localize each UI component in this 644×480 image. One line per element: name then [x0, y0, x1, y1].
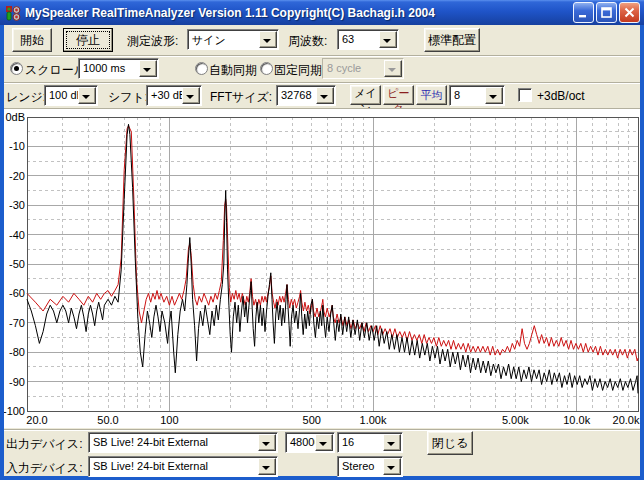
svg-text:-10: -10 — [9, 140, 25, 152]
maximize-icon — [600, 6, 613, 19]
waveform-select[interactable]: サイン — [187, 29, 279, 50]
svg-text:0dB: 0dB — [5, 111, 25, 123]
cycle-select: 8 cycle — [322, 58, 404, 79]
svg-text:-50: -50 — [9, 258, 25, 270]
frequency-label: 周波数: — [288, 33, 327, 50]
svg-text:1.00k: 1.00k — [360, 414, 387, 426]
output-device-row: 出力デバイス: SB Live! 24-bit External 48000 1… — [4, 431, 640, 455]
dropdown-arrow-icon[interactable] — [78, 87, 96, 104]
frequency-select[interactable]: 63 — [337, 29, 399, 50]
range-select[interactable]: 100 dB — [44, 85, 98, 106]
fft-size-label: FFTサイズ: — [210, 89, 272, 106]
spectrum-chart: 0dB-10-20-30-40-50-60-70-80-90-10020.050… — [4, 110, 640, 428]
output-device-value: SB Live! 24-bit External — [93, 436, 208, 448]
sample-rate-select[interactable]: 48000 — [285, 432, 335, 453]
dropdown-arrow-icon[interactable] — [379, 31, 397, 48]
bit-depth-select[interactable]: 16 — [337, 432, 403, 453]
svg-text:-90: -90 — [9, 376, 25, 388]
dropdown-arrow-icon — [384, 60, 402, 77]
scroll-label: スクロール — [25, 62, 86, 79]
close-dialog-button[interactable]: 閉じる — [427, 431, 473, 455]
oct-compensation-checkbox[interactable] — [518, 88, 532, 102]
svg-text:500: 500 — [303, 414, 321, 426]
minimize-icon — [577, 6, 590, 19]
dropdown-arrow-icon[interactable] — [258, 458, 276, 475]
start-button[interactable]: 開始 — [12, 28, 52, 52]
input-device-select[interactable]: SB Live! 24-bit External — [88, 456, 278, 477]
oct-compensation-label: +3dB/oct — [537, 89, 585, 103]
svg-text:10.0k: 10.0k — [563, 414, 590, 426]
dropdown-arrow-icon[interactable] — [485, 87, 503, 104]
svg-text:-100: -100 — [4, 405, 25, 417]
peak-trace-button[interactable]: ピーク — [383, 85, 414, 105]
scroll-interval-select[interactable]: 1000 ms — [78, 58, 159, 79]
app-icon — [5, 5, 21, 21]
dropdown-arrow-icon[interactable] — [316, 87, 334, 104]
svg-text:-30: -30 — [9, 199, 25, 211]
scroll-interval-value: 1000 ms — [83, 62, 125, 74]
fixed-sync-radio[interactable] — [260, 62, 273, 75]
average-count-select[interactable]: 8 — [449, 85, 505, 106]
average-trace-button[interactable]: 平均 — [416, 85, 447, 105]
title-bar[interactable]: MySpeaker RealTimeAnalyzer Version 1.11 … — [0, 0, 644, 25]
range-label: レンジ: — [6, 89, 46, 106]
dropdown-arrow-icon[interactable] — [258, 434, 276, 451]
output-device-label: 出力デバイス: — [6, 436, 82, 453]
average-count-value: 8 — [454, 89, 460, 101]
dropdown-arrow-icon[interactable] — [383, 434, 401, 451]
cycle-value: 8 cycle — [327, 62, 361, 74]
svg-text:-80: -80 — [9, 346, 25, 358]
waveform-value: サイン — [192, 33, 226, 48]
bit-depth-value: 16 — [342, 436, 354, 448]
channels-value: Stereo — [342, 460, 374, 472]
maximize-button[interactable] — [596, 2, 617, 23]
shift-value: +30 dB — [151, 89, 186, 101]
fft-size-value: 32768 — [281, 89, 312, 101]
waveform-label: 測定波形: — [127, 33, 178, 50]
svg-text:50.0: 50.0 — [97, 414, 118, 426]
toolbar-row-2: スクロール 1000 ms 自動同期 固定同期 8 cycle — [4, 57, 640, 79]
svg-text:20.0k: 20.0k — [613, 414, 640, 426]
stop-button[interactable]: 停止 — [63, 28, 113, 52]
output-device-select[interactable]: SB Live! 24-bit External — [88, 432, 278, 453]
frequency-value: 63 — [342, 33, 354, 45]
input-device-row: 入力デバイス: SB Live! 24-bit External Stereo — [4, 455, 640, 477]
channels-select[interactable]: Stereo — [337, 456, 403, 477]
toolbar-row-1: 開始 停止 測定波形: サイン 周波数: 63 標準配置 — [4, 28, 640, 52]
svg-text:20.0: 20.0 — [26, 414, 47, 426]
scroll-radio[interactable] — [10, 62, 23, 75]
shift-select[interactable]: +30 dB — [146, 85, 202, 106]
dropdown-arrow-icon[interactable] — [315, 434, 333, 451]
auto-sync-label: 自動同期 — [209, 62, 257, 79]
main-trace-button[interactable]: メイン — [350, 85, 381, 105]
fixed-sync-label: 固定同期 — [274, 62, 322, 79]
svg-text:-20: -20 — [9, 170, 25, 182]
window-title: MySpeaker RealTimeAnalyzer Version 1.11 … — [25, 6, 435, 20]
client-area: 開始 停止 測定波形: サイン 周波数: 63 標準配置 スクロール 1000 … — [4, 25, 640, 476]
dropdown-arrow-icon[interactable] — [182, 87, 200, 104]
app-window: MySpeaker RealTimeAnalyzer Version 1.11 … — [0, 0, 644, 480]
auto-sync-radio[interactable] — [195, 62, 208, 75]
svg-text:-60: -60 — [9, 287, 25, 299]
shift-label: シフト: — [108, 89, 148, 106]
input-device-label: 入力デバイス: — [6, 460, 82, 477]
svg-text:5.00k: 5.00k — [502, 414, 529, 426]
svg-text:-40: -40 — [9, 229, 25, 241]
dropdown-arrow-icon[interactable] — [383, 458, 401, 475]
dropdown-arrow-icon[interactable] — [259, 31, 277, 48]
dropdown-arrow-icon[interactable] — [139, 60, 157, 77]
svg-text:100: 100 — [160, 414, 178, 426]
close-icon — [623, 6, 636, 19]
spectrum-chart-panel: 0dB-10-20-30-40-50-60-70-80-90-10020.050… — [4, 110, 640, 428]
close-button[interactable] — [619, 2, 640, 23]
standard-layout-button[interactable]: 標準配置 — [424, 28, 480, 52]
fft-size-select[interactable]: 32768 — [276, 85, 336, 106]
input-device-value: SB Live! 24-bit External — [93, 460, 208, 472]
minimize-button[interactable] — [573, 2, 594, 23]
svg-text:-70: -70 — [9, 317, 25, 329]
toolbar-row-3: レンジ: 100 dB シフト: +30 dB FFTサイズ: 32768 メイ… — [4, 84, 640, 106]
